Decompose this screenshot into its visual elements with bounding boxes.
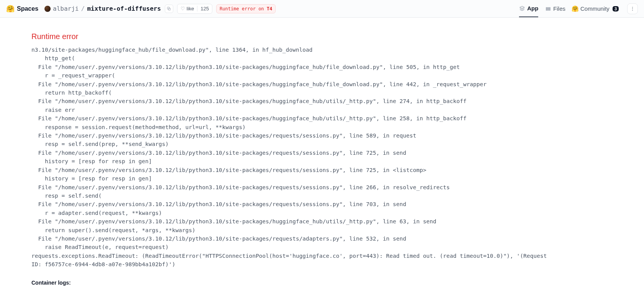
tab-community[interactable]: 🤗 Community 3 [572,0,619,17]
more-menu-button[interactable] [627,3,638,14]
error-title: Runtime error [31,32,551,41]
runtime-status-badge[interactable]: Runtime error on T4 [216,4,276,13]
like-count[interactable]: 125 [197,6,212,11]
huggingface-logo-icon: 🤗 [6,5,15,13]
copy-icon [167,7,171,11]
community-count-badge: 3 [613,6,619,11]
status-hardware: T4 [267,6,272,11]
brand-label: Spaces [17,5,38,12]
nav-right: App Files 🤗 Community 3 [519,0,638,17]
app-icon [519,5,525,11]
tab-files-label: Files [553,5,565,12]
svg-rect-4 [546,10,550,10]
files-icon [545,6,551,11]
error-traceback: n3.10/site-packages/huggingface_hub/file… [31,46,551,269]
tab-app-label: App [527,5,538,11]
copy-repo-button[interactable] [165,5,173,13]
breadcrumb: albarji / mixture-of-diffusers [44,5,173,13]
more-vertical-icon [630,6,635,11]
heart-icon: ♡ [181,6,185,11]
breadcrumb-separator: / [80,5,85,12]
repo-link[interactable]: mixture-of-diffusers [87,5,161,12]
svg-point-5 [632,7,633,7]
svg-point-7 [632,10,633,11]
content-area: Runtime error n3.10/site-packages/huggin… [0,18,583,293]
container-logs-heading: Container logs: [31,280,551,286]
svg-rect-2 [546,7,550,8]
status-text: Runtime error on [220,6,267,11]
brand-section[interactable]: 🤗 Spaces [6,5,38,13]
community-icon: 🤗 [572,6,578,11]
svg-rect-3 [546,8,550,9]
owner-link[interactable]: albarji [53,5,79,12]
topbar: 🤗 Spaces albarji / mixture-of-diffusers … [0,0,644,18]
tab-app[interactable]: App [519,0,538,17]
like-button[interactable]: ♡ like [177,6,198,11]
tab-community-label: Community [580,5,610,12]
tab-files[interactable]: Files [545,0,565,17]
like-label: like [187,6,194,11]
owner-avatar[interactable] [44,6,51,12]
like-pill: ♡ like 125 [177,4,212,14]
svg-point-6 [632,8,633,9]
